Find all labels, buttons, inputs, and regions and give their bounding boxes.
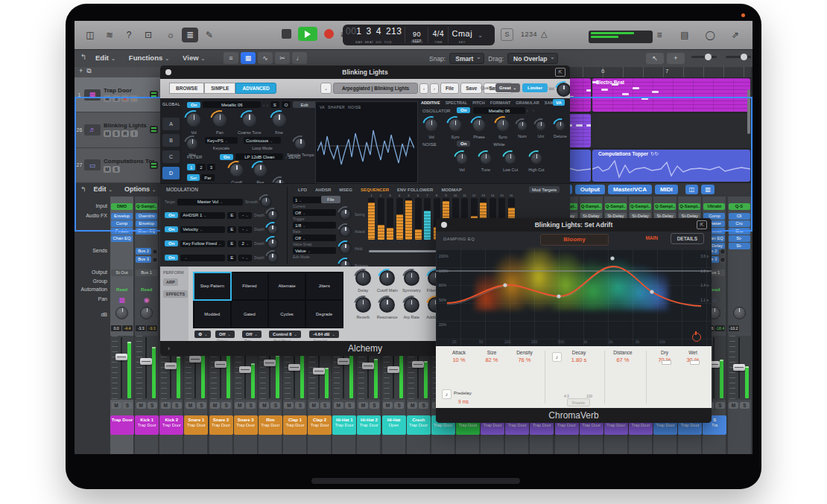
audio-fx-slot[interactable]: Envelop	[136, 220, 157, 227]
track-name[interactable]: Trap Door	[104, 87, 154, 94]
mixer-menu-item[interactable]: Options	[124, 185, 156, 193]
mute-button[interactable]: M	[383, 402, 393, 409]
track-state-button[interactable]: R	[121, 95, 129, 102]
snapshot-pad[interactable]: Step Pattern	[194, 273, 231, 300]
lcd-display[interactable]: 001 3 4 213 BAR BEAT DIV TICK 90 KEEP TE…	[343, 25, 495, 45]
knob[interactable]: Reverb	[351, 297, 376, 319]
snapshot-pad[interactable]: Jitters	[306, 273, 343, 300]
track-state-button[interactable]: M	[104, 130, 111, 137]
view-button[interactable]: ∿	[258, 52, 273, 64]
source-d-tab[interactable]: D	[162, 167, 180, 179]
fader-handle[interactable]	[288, 364, 300, 371]
sequencer-step[interactable]: 7	[423, 194, 431, 243]
fader-handle[interactable]	[140, 358, 152, 365]
audio-fx-slot[interactable]: Overdriv	[136, 213, 157, 220]
edit-button[interactable]: Edit	[293, 101, 315, 108]
track-state-button[interactable]: M	[104, 166, 111, 173]
va-sub-tab[interactable]: SHAPER	[328, 105, 345, 109]
solo-button[interactable]: S	[246, 402, 256, 409]
automation-mode[interactable]: Read	[110, 287, 133, 292]
knob[interactable]: Res	[253, 162, 268, 185]
sequencer-step[interactable]: 2	[377, 194, 385, 243]
save-button[interactable]: Save	[460, 83, 482, 94]
channel-name-label[interactable]: Snare 2Trap Door	[209, 415, 233, 435]
record-button[interactable]	[324, 29, 334, 39]
mute-button[interactable]: M	[136, 402, 146, 409]
channel-name-label[interactable]: Hi-Hat 2Trap Door	[357, 415, 381, 435]
fader-handle[interactable]	[264, 360, 276, 366]
next-icon[interactable]: ›	[267, 103, 268, 107]
fader-handle[interactable]	[733, 364, 745, 371]
close-icon[interactable]	[441, 222, 447, 228]
alchemy-view-tab[interactable]: BROWSE	[169, 83, 204, 94]
prev-preset-button[interactable]: ‹	[419, 83, 428, 94]
mixer-back-icon[interactable]: ↰	[80, 185, 86, 193]
alchemy-view-tab[interactable]: ADVANCED	[235, 83, 276, 94]
toolbar-toggle-icon[interactable]: ◫	[82, 28, 98, 42]
mute-button[interactable]: M	[259, 402, 269, 409]
audio-fx-slot[interactable]: St-	[729, 235, 750, 242]
solo-button[interactable]: S	[320, 402, 330, 409]
keyscale-select[interactable]: Key+PS	[205, 137, 238, 144]
solo-button[interactable]: S	[221, 402, 231, 409]
sequencer-step[interactable]: 3	[386, 194, 394, 243]
knob[interactable]: Uni	[535, 120, 547, 138]
fader-track[interactable]	[728, 336, 751, 400]
volume-knob[interactable]	[557, 83, 570, 97]
pan-knob[interactable]	[140, 307, 153, 319]
view-button[interactable]: ✂	[275, 52, 290, 64]
solo-button[interactable]: S	[715, 402, 725, 409]
routing-button[interactable]: Ser	[187, 174, 200, 181]
channel-name-label[interactable]: Snare 1Trap Door	[184, 415, 208, 435]
main-tab[interactable]: MAIN	[645, 235, 658, 240]
mute-button[interactable]: M	[186, 402, 195, 409]
smart-controls-icon[interactable]: ☼	[162, 28, 179, 42]
limiter-button[interactable]: Limiter	[522, 83, 548, 92]
knob[interactable]: Cutoff	[229, 162, 244, 185]
mod-source-select[interactable]	[180, 255, 225, 261]
fader-handle[interactable]	[189, 356, 201, 363]
wet-knob[interactable]: Wet	[186, 137, 199, 157]
horizontal-zoom-slider[interactable]	[726, 56, 751, 58]
channel-strip[interactable]: DMD EnvelopCompPedalsChan EQ St Out Read…	[110, 197, 133, 454]
input-button[interactable]: DMD	[111, 203, 133, 210]
sequencer-step[interactable]: 5	[405, 194, 413, 243]
audio-fx-slot[interactable]: Cru	[729, 220, 750, 227]
solo-button[interactable]: S	[501, 28, 513, 41]
volume-db[interactable]: -3.3	[136, 325, 146, 331]
predelay-value[interactable]: 9 ms	[458, 399, 469, 404]
track-name[interactable]: Blinking Lights	[104, 122, 154, 129]
fader-handle[interactable]	[412, 361, 424, 368]
send-knob[interactable]	[152, 249, 158, 255]
solo-button[interactable]: S	[270, 402, 280, 409]
mod-tab[interactable]: MSEG	[339, 188, 352, 192]
input-button[interactable]: Q-Sampl..	[136, 203, 157, 210]
mute-button[interactable]: M	[161, 402, 171, 409]
audio-fx-slot[interactable]: Chan EQ	[136, 228, 157, 235]
input-button[interactable]: Q-Sampl..	[679, 203, 700, 210]
solo-button[interactable]: S	[148, 402, 157, 409]
quick-help-icon[interactable]: ?	[121, 28, 137, 42]
knob[interactable]	[339, 242, 352, 255]
mod-source-select[interactable]: Key Follow Fixed	[180, 240, 225, 247]
knob[interactable]: Detune	[554, 120, 567, 138]
mixer-tab[interactable]: Master/VCA	[608, 185, 652, 194]
source-preset[interactable]: Metallic 06	[203, 101, 261, 108]
depth-knob[interactable]	[267, 223, 279, 235]
view-button[interactable]: ≡	[224, 52, 238, 64]
drag-select[interactable]: No Overlap	[507, 53, 558, 64]
snapshot-pad[interactable]: Gated	[232, 301, 268, 328]
knob[interactable]: Arp Rate	[399, 297, 424, 319]
channel-name-label[interactable]: Clap 1Trap Door	[283, 415, 307, 435]
knob[interactable]: High Cut	[528, 152, 544, 172]
knob[interactable]: Vol	[186, 112, 202, 135]
decay-sync-icon[interactable]: ♪	[552, 352, 562, 362]
track-header[interactable]: 26 ♬ Blinking Lights MSRI	[75, 112, 160, 147]
mute-button[interactable]: M	[408, 402, 417, 409]
view-button[interactable]: ▦	[241, 52, 256, 64]
mod-on-button[interactable]: On	[165, 226, 178, 232]
va-sub-tab[interactable]: NOISE	[348, 105, 361, 109]
knob[interactable]: Sym	[448, 118, 463, 139]
channel-strip[interactable]: Q-S CliCruChaSt-St- -10.2	[728, 197, 751, 454]
snapshot-pad[interactable]: Modded	[194, 301, 231, 328]
